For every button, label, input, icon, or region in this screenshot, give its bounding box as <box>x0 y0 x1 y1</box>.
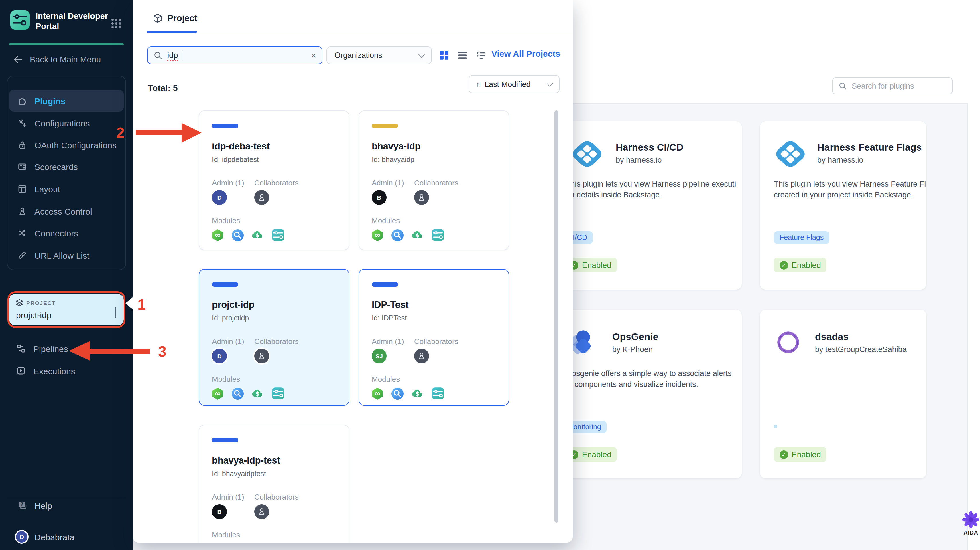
admin-label: Admin (1) <box>212 337 244 346</box>
ccm-module-icon <box>410 228 425 242</box>
sidebar-divider <box>7 497 126 497</box>
modules-icons <box>371 228 445 242</box>
sidebar-item-pipelines[interactable]: Pipelines <box>16 343 68 354</box>
clear-search-icon[interactable]: × <box>311 51 316 60</box>
organizations-filter[interactable]: Organizations <box>326 46 432 64</box>
ccm-module-icon <box>251 387 265 400</box>
plugin-card-opsgenie[interactable]: OpsGenie by K-Phoen Opsgenie offers a si… <box>558 310 742 479</box>
annotation-arrow-2-head <box>181 123 202 143</box>
plugin-author: by harness.io <box>817 156 864 164</box>
sidebar-item-plugins[interactable]: Plugins <box>9 90 124 112</box>
plugin-card-dsadas[interactable]: dsadas by testGroupCreateSahiba Enabled <box>760 310 926 479</box>
chevron-down-icon <box>547 80 553 87</box>
modules-icons <box>371 386 445 401</box>
admin-avatar: B <box>372 190 387 205</box>
sidebar-item-url-allow-list[interactable]: URL Allow List <box>9 244 124 266</box>
admin-avatar: SJ <box>372 349 387 363</box>
project-card-idp-test[interactable]: IDP-Test Id: IDPTest Admin (1) Collabora… <box>358 269 509 406</box>
idp-app-logo <box>10 10 30 30</box>
person-icon <box>256 506 267 517</box>
card-accent-bar <box>372 282 398 287</box>
popover-caret <box>126 297 133 310</box>
plugin-description-line: Opsgenie offers a simple way to associat… <box>566 369 732 378</box>
modules-label: Modules <box>372 375 400 384</box>
avatar: D <box>15 530 29 544</box>
modules-label: Modules <box>212 531 240 539</box>
sidebar-item-configurations[interactable]: Configurations <box>9 112 124 134</box>
card-accent-bar <box>212 438 238 442</box>
idp-module-icon <box>271 542 285 542</box>
idp-module-icon <box>271 386 285 401</box>
modules-label: Modules <box>212 375 240 384</box>
project-id: Id: IDPTest <box>372 314 407 322</box>
help-chat-icon: ? <box>17 500 27 510</box>
tag-dot <box>774 425 777 428</box>
modal-scrollbar[interactable] <box>554 111 558 523</box>
search-icon <box>838 82 847 90</box>
user-name: Debabrata <box>34 532 75 542</box>
total-count: Total: 5 <box>148 83 178 93</box>
sto-module-icon <box>391 387 404 400</box>
plugin-card-harness-cicd[interactable]: Harness CI/CD by harness.io This plugin … <box>558 121 742 290</box>
compact-list-view-icon[interactable] <box>476 50 486 61</box>
admin-avatar: D <box>212 349 227 363</box>
project-card-projct-idp[interactable]: projct-idp Id: projctidp Admin (1) Colla… <box>199 269 349 406</box>
sidebar: Internal Developer Portal Back to Main M… <box>0 0 133 550</box>
cd-module-icon <box>211 228 224 242</box>
person-icon <box>416 192 427 203</box>
admin-label: Admin (1) <box>212 493 244 501</box>
app-switcher-icon[interactable] <box>110 17 123 30</box>
idp-module-icon <box>431 228 445 242</box>
view-all-projects-link[interactable]: View All Projects <box>492 49 560 59</box>
project-id: Id: bhavyaidp <box>372 156 414 164</box>
chevron-down-icon <box>418 51 425 58</box>
arrow-left-icon <box>13 54 23 65</box>
collaborator-avatar <box>414 349 429 363</box>
admin-avatar: B <box>212 504 227 519</box>
sto-module-icon <box>231 387 245 400</box>
plugin-status-badge: Enabled <box>774 447 827 462</box>
project-search-input[interactable]: idp × <box>147 46 323 64</box>
admin-label: Admin (1) <box>212 179 244 187</box>
back-to-main-menu[interactable]: Back to Main Menu <box>13 54 101 65</box>
annotation-label-1: 1 <box>137 296 146 314</box>
annotation-box-1 <box>8 291 126 328</box>
collaborators-label: Collaborators <box>254 179 299 187</box>
dsadas-logo <box>775 329 801 355</box>
tab-project[interactable]: Project <box>152 13 197 24</box>
plugin-description-line: on details inside Backstage. <box>566 190 662 199</box>
plugin-author: by testGroupCreateSahiba <box>815 345 907 354</box>
project-card-bhavya-idp-test[interactable]: bhavya-idp-test Id: bhavyaidptest Admin … <box>199 425 349 542</box>
project-name: IDP-Test <box>372 299 408 310</box>
list-view-icon[interactable] <box>457 50 468 61</box>
plugin-author: by harness.io <box>616 156 662 164</box>
sidebar-item-executions[interactable]: Executions <box>16 366 75 376</box>
sidebar-item-connectors[interactable]: Connectors <box>9 222 124 244</box>
project-card-idp-deba-test[interactable]: idp-deba-test Id: idpdebatest Admin (1) … <box>199 111 349 250</box>
project-card-bhavya-idp[interactable]: bhavya-idp Id: bhavyaidp Admin (1) Colla… <box>358 111 509 250</box>
pipeline-icon <box>16 343 26 354</box>
card-accent-bar <box>212 124 238 128</box>
play-icon <box>16 366 26 376</box>
cube-icon <box>152 13 163 24</box>
plugins-search-input[interactable]: Search for plugins <box>832 77 953 94</box>
sort-dropdown[interactable]: ↑↓ Last Modified <box>469 75 560 93</box>
sidebar-item-oauth-configurations[interactable]: OAuth Configurations <box>9 134 124 156</box>
lock-icon <box>17 139 27 150</box>
aida-widget[interactable]: AIDA <box>961 511 980 536</box>
sidebar-item-layout[interactable]: Layout <box>9 178 124 200</box>
person-icon <box>17 206 27 216</box>
help-button[interactable]: ? Help <box>17 500 52 510</box>
modules-icons <box>211 542 285 542</box>
person-icon <box>256 192 267 203</box>
back-label: Back to Main Menu <box>30 55 101 64</box>
plugin-description-line: This plugin lets you view Harness Featur… <box>774 180 926 188</box>
plugin-card-harness-feature-flags[interactable]: Harness Feature Flags by harness.io This… <box>760 121 926 290</box>
window-scrollbar-rail[interactable] <box>967 103 980 550</box>
grid-view-icon[interactable] <box>439 50 450 61</box>
sidebar-item-scorecards[interactable]: Scorecards <box>9 156 124 178</box>
sidebar-item-access-control[interactable]: Access Control <box>9 200 124 222</box>
layout-icon <box>17 184 27 194</box>
user-menu[interactable]: D Debabrata <box>15 530 75 544</box>
plugin-status-badge: Enabled <box>774 258 827 273</box>
